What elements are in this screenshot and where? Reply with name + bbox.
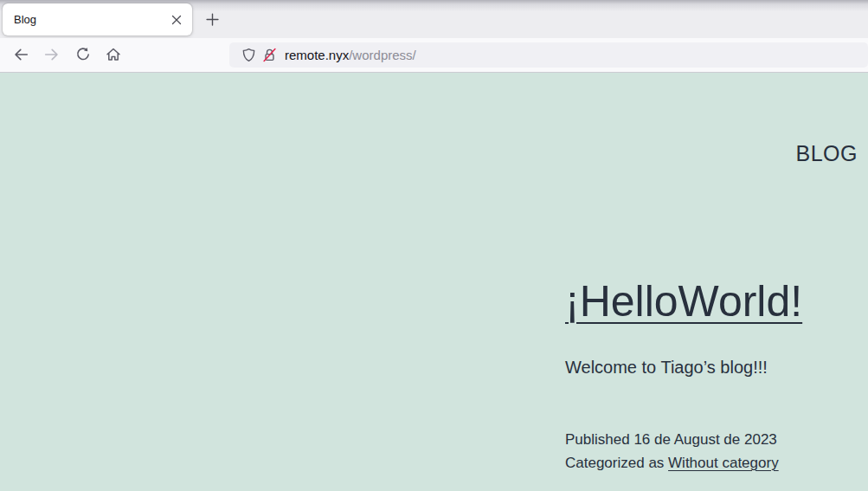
home-icon xyxy=(106,47,121,62)
close-icon xyxy=(171,15,182,25)
browser-window: Blog remote.nyx/wor xyxy=(0,0,868,491)
tracking-protection-shield-button[interactable] xyxy=(238,45,259,66)
home-button[interactable] xyxy=(101,42,125,67)
tab-close-button[interactable] xyxy=(166,10,187,30)
navigation-toolbar: remote.nyx/wordpress/ xyxy=(0,38,868,73)
published-line: Published 16 de August de 2023 xyxy=(565,428,779,451)
url-path: /wordpress/ xyxy=(349,48,416,62)
forward-button[interactable] xyxy=(40,42,64,67)
tab-bar: Blog xyxy=(0,0,868,38)
category-link[interactable]: Without category xyxy=(668,455,779,471)
url-display: remote.nyx/wordpress/ xyxy=(285,48,416,62)
shield-icon xyxy=(241,48,256,62)
new-tab-button[interactable] xyxy=(200,7,224,31)
connection-security-button[interactable] xyxy=(259,45,280,66)
forward-arrow-icon xyxy=(44,47,60,62)
post-intro-text: Welcome to Tiago’s blog!!! xyxy=(565,358,768,378)
reload-icon xyxy=(75,47,91,62)
tab-title: Blog xyxy=(14,13,166,26)
post-title: ¡HelloWorld! xyxy=(565,278,802,326)
categorized-line: Categorized as Without category xyxy=(565,451,779,475)
site-title: BLOG xyxy=(796,141,858,166)
back-button[interactable] xyxy=(9,42,33,67)
reload-button[interactable] xyxy=(71,42,95,67)
post-meta: Published 16 de August de 2023 Categoriz… xyxy=(565,428,779,475)
tab-blog[interactable]: Blog xyxy=(3,3,192,36)
plus-icon xyxy=(206,13,219,26)
back-arrow-icon xyxy=(13,47,29,62)
insecure-lock-icon xyxy=(262,48,277,62)
categorized-label: Categorized as xyxy=(565,455,668,471)
url-host: remote.nyx xyxy=(285,48,349,62)
url-bar[interactable]: remote.nyx/wordpress/ xyxy=(229,42,868,68)
page-content: BLOG ¡HelloWorld! Welcome to Tiago’s blo… xyxy=(0,73,868,491)
post-title-link[interactable]: ¡HelloWorld! xyxy=(565,277,802,326)
